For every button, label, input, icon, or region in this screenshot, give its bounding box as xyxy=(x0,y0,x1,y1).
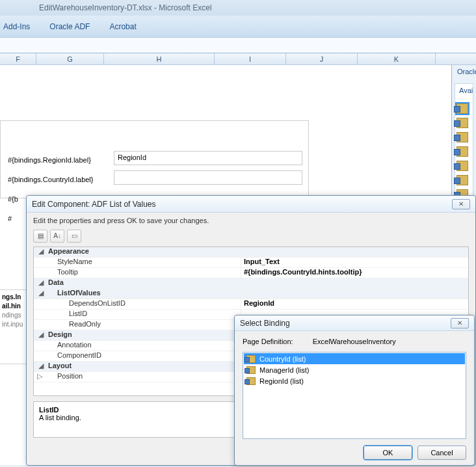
binding-item-label: ManagerId (list) xyxy=(259,366,309,374)
binding-item-label: RegionId (list) xyxy=(259,377,304,385)
cell-label-b: #{b xyxy=(8,195,18,203)
alpha-sort-button[interactable]: A↓ xyxy=(50,230,64,243)
page-definition-row: Page Definition: ExcelWarehouseInventory xyxy=(243,338,466,345)
categorized-view-button[interactable]: ▤ xyxy=(33,230,47,243)
expand-icon[interactable]: ◢ xyxy=(34,278,46,288)
property-key: Design xyxy=(46,330,241,340)
tab-acrobat[interactable]: Acrobat xyxy=(109,22,136,31)
binding-icon[interactable] xyxy=(456,161,468,171)
edit-dialog-message: Edit the properties and press OK to save… xyxy=(33,217,469,224)
expand-icon[interactable]: ◢ xyxy=(34,362,46,371)
cell-input-regionid[interactable]: RegionId xyxy=(114,151,302,165)
binding-icon xyxy=(246,377,256,385)
select-dialog-titlebar[interactable]: Select Binding ✕ xyxy=(235,315,474,331)
cell-label-hash: # xyxy=(8,215,12,222)
close-icon[interactable]: ✕ xyxy=(452,199,470,209)
col-header-g[interactable]: G xyxy=(36,53,104,64)
tab-addins[interactable]: Add-Ins xyxy=(3,22,30,31)
property-row[interactable]: DependsOnListIDRegionId xyxy=(34,299,468,310)
edit-dialog-titlebar[interactable]: Edit Component: ADF List of Values ✕ xyxy=(27,196,475,213)
cell-label-regionid: #{bindings.RegionId.label} xyxy=(8,156,91,164)
expand-icon[interactable] xyxy=(34,258,46,267)
expand-icon[interactable] xyxy=(34,299,46,309)
cancel-button[interactable]: Cancel xyxy=(417,446,466,460)
ribbon-tabs: Add-Ins Oracle ADF Acrobat xyxy=(0,16,476,38)
property-value[interactable] xyxy=(241,247,468,257)
col-header-i[interactable]: I xyxy=(215,53,286,64)
expand-icon[interactable]: ◢ xyxy=(34,289,46,299)
property-value[interactable]: #{bindings.CountryId.hints.tooltip} xyxy=(241,268,468,278)
property-value[interactable] xyxy=(241,289,468,299)
page-definition-value: ExcelWarehouseInventory xyxy=(313,338,396,345)
worksheet-area[interactable]: Oracle Avai #{bindings.RegionId.label} R… xyxy=(0,65,476,465)
expand-icon[interactable]: ▷ xyxy=(34,372,46,382)
binding-list-item[interactable]: CountryId (list) xyxy=(244,353,465,364)
expand-icon[interactable] xyxy=(34,320,46,330)
app-title-bar: EditWarehouseInventory-DT.xlsx - Microso… xyxy=(0,0,476,16)
property-key: Layout xyxy=(46,362,241,371)
expand-icon[interactable] xyxy=(34,341,46,351)
binding-item-label: CountryId (list) xyxy=(259,355,306,363)
col-header-f[interactable]: F xyxy=(0,53,36,64)
binding-icon xyxy=(246,355,256,363)
binding-icon[interactable] xyxy=(456,175,468,185)
select-dialog-title: Select Binding xyxy=(240,319,290,328)
property-row[interactable]: StyleNameInput_Text xyxy=(34,258,468,268)
dialog-button-row: OK Cancel xyxy=(243,439,466,460)
property-category-row[interactable]: ◢ListOfValues xyxy=(34,289,468,299)
cell-input-countryid[interactable] xyxy=(114,170,302,185)
binding-icon[interactable] xyxy=(456,103,468,114)
property-key: ListOfValues xyxy=(46,289,241,299)
binding-icon[interactable] xyxy=(456,146,468,157)
cell-label-countryid: #{bindings.CountryId.label} xyxy=(8,176,93,183)
col-header-j[interactable]: J xyxy=(286,53,358,64)
close-icon[interactable]: ✕ xyxy=(451,318,469,328)
property-key: Position xyxy=(46,372,241,382)
expand-icon[interactable] xyxy=(34,351,46,361)
property-key: ReadOnly xyxy=(46,320,241,330)
property-category-row[interactable]: ◢Appearance xyxy=(34,247,468,258)
property-key: ComponentID xyxy=(46,351,241,361)
binding-icon[interactable] xyxy=(456,118,468,128)
binding-icon xyxy=(246,366,256,374)
side-pane-label: Avai xyxy=(456,87,471,94)
col-header-k[interactable]: K xyxy=(358,53,436,64)
property-key: DependsOnListID xyxy=(46,299,241,309)
expand-icon[interactable] xyxy=(34,310,46,319)
property-category-row[interactable]: ◢Data xyxy=(34,278,468,289)
property-key: Annotation xyxy=(46,341,241,351)
binding-icon[interactable] xyxy=(456,132,468,142)
binding-listbox[interactable]: CountryId (list)ManagerId (list)RegionId… xyxy=(243,352,466,439)
ok-button[interactable]: OK xyxy=(364,446,412,460)
property-key: Data xyxy=(46,278,241,288)
expand-icon[interactable]: ◢ xyxy=(34,330,46,340)
property-key: Tooltip xyxy=(46,268,241,278)
property-value[interactable] xyxy=(241,278,468,288)
property-value[interactable]: Input_Text xyxy=(241,258,468,267)
property-row[interactable]: Tooltip#{bindings.CountryId.hints.toolti… xyxy=(34,268,468,278)
page-definition-label: Page Definition: xyxy=(243,338,293,345)
binding-list-item[interactable]: RegionId (list) xyxy=(244,375,465,386)
property-value[interactable]: RegionId xyxy=(241,299,468,309)
expand-icon[interactable]: ◢ xyxy=(34,247,46,257)
app-title: EditWarehouseInventory-DT.xlsx - Microso… xyxy=(39,3,212,12)
edit-dialog-title: Edit Component: ADF List of Values xyxy=(32,200,156,209)
ribbon-body xyxy=(0,38,476,53)
tab-oracle-adf[interactable]: Oracle ADF xyxy=(49,22,90,31)
property-pages-button[interactable]: ▭ xyxy=(67,230,81,243)
col-header-h[interactable]: H xyxy=(104,53,215,64)
expand-icon[interactable] xyxy=(34,268,46,278)
binding-list-item[interactable]: ManagerId (list) xyxy=(244,364,465,375)
property-key: StyleName xyxy=(46,258,241,267)
property-toolbar: ▤ A↓ ▭ xyxy=(33,230,469,243)
side-pane-title: Oracle xyxy=(455,68,473,75)
select-binding-dialog: Select Binding ✕ Page Definition: ExcelW… xyxy=(234,315,475,466)
property-key: ListID xyxy=(46,310,241,319)
column-headers-row: F G H I J K xyxy=(0,53,476,65)
property-key: Appearance xyxy=(46,247,241,257)
